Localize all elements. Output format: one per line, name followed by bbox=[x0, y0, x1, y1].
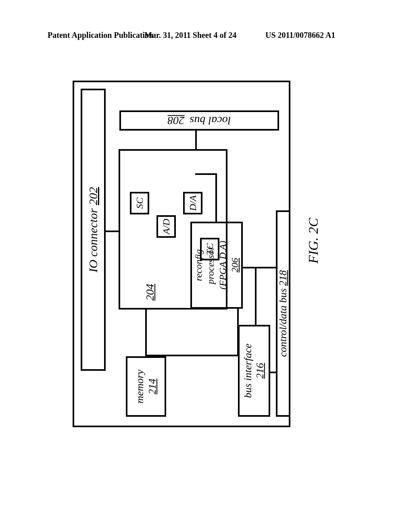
wire bbox=[255, 267, 257, 325]
wire bbox=[195, 173, 217, 175]
da-block: D/A bbox=[183, 192, 202, 214]
io-connector-ref: 202 bbox=[86, 187, 100, 205]
control-data-bus-ref: 218 bbox=[277, 270, 289, 286]
figure-2c-diagram: IO connector 202 204 SC A/D D/A TC local… bbox=[8, 145, 355, 363]
memory-ref: 214 bbox=[146, 379, 159, 395]
bus-interface-label: bus interface bbox=[242, 343, 254, 398]
io-connector-block: IO connector 202 bbox=[81, 89, 106, 371]
reconfig-line1: reconfig bbox=[192, 249, 204, 281]
wire bbox=[145, 309, 147, 356]
control-data-bus-label: control/data bus bbox=[277, 288, 289, 357]
local-bus-label: local bus bbox=[190, 114, 231, 127]
reconfig-line3: (FPGA D,A) bbox=[217, 241, 229, 290]
reconfig-ref: 206 bbox=[229, 258, 241, 272]
local-bus-block: local bus 208 bbox=[119, 110, 279, 131]
block-204-ref: 204 bbox=[144, 284, 156, 301]
sc-block: SC bbox=[130, 192, 149, 214]
bus-interface-ref: 216 bbox=[254, 363, 266, 379]
memory-block: memory 214 bbox=[126, 356, 166, 417]
reconfig-line2: processor bbox=[204, 246, 217, 284]
wire bbox=[215, 173, 217, 222]
control-data-bus-block: control/data bus 218 bbox=[276, 210, 290, 417]
card-outline: IO connector 202 204 SC A/D D/A TC local… bbox=[73, 81, 290, 427]
reconfig-processor-block: reconfig processor (FPGA D,A) 206 bbox=[190, 222, 243, 309]
wire bbox=[243, 267, 276, 268]
wire bbox=[195, 130, 197, 149]
ad-block: A/D bbox=[156, 215, 176, 238]
header-center: Mar. 31, 2011 Sheet 4 of 24 bbox=[144, 31, 236, 40]
wire bbox=[106, 231, 119, 232]
figure-label: FIG. 2C bbox=[306, 218, 321, 264]
header-right: US 2011/0078662 A1 bbox=[265, 31, 335, 40]
bus-interface-block: bus interface 216 bbox=[238, 325, 270, 417]
header-left: Patent Application Publication bbox=[48, 31, 153, 40]
local-bus-ref: 208 bbox=[168, 114, 185, 127]
io-connector-label: IO connector bbox=[86, 208, 100, 272]
memory-label: memory bbox=[133, 370, 146, 403]
